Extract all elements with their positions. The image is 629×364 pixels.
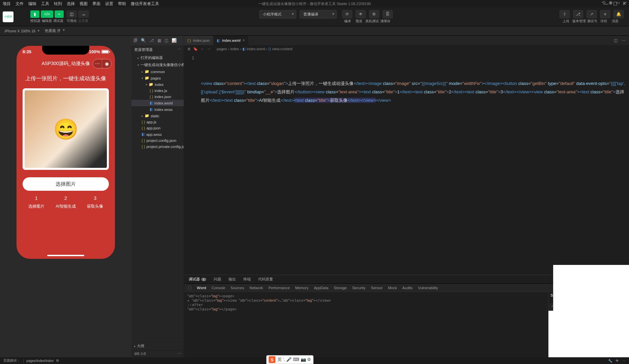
devtools-tab-Vulnerability[interactable]: Vulnerability [418,286,438,290]
record-icon[interactable]: ◉ [609,0,612,5]
analytics-tab-icon[interactable]: 📊 [172,38,177,43]
tree-item[interactable]: { }index.js [131,88,184,94]
ime-item[interactable]: 🎤 [286,357,292,362]
editor-tab[interactable]: ◧index.wxml× [213,36,248,45]
cloud-button[interactable]: ☁ [78,10,89,18]
bc-bookmark-icon[interactable]: 🔖 [193,47,198,51]
compile-icon[interactable]: ⟳ [342,10,352,18]
ext-tab-icon[interactable]: ▦ [157,38,161,43]
project-root[interactable]: ▾一键生成动漫头像微信小程序 [131,61,184,68]
outline-section[interactable]: 大纲 [137,344,144,348]
footer-more-icon[interactable]: ⋯ [177,352,181,356]
tree-item[interactable]: ◧index.wxml [131,100,184,106]
capsule-close-icon[interactable]: ◉ [102,59,111,68]
tree-item[interactable]: { }index.json [131,94,184,100]
capsule-menu-icon[interactable]: ⋯ [93,59,102,68]
more-icon[interactable]: ⋯ [622,359,626,363]
bc-fwd-icon[interactable]: → [207,47,211,51]
route-value[interactable]: pages/index/index [27,359,54,363]
devtools-tab-Wxml[interactable]: Wxml [197,286,206,290]
visual-button[interactable]: ◫ [66,10,77,18]
bc-list-icon[interactable]: ≣ [187,47,190,51]
devtools-tab-Console[interactable]: Console [212,286,225,290]
editor-button[interactable]: </> [41,10,53,18]
ime-item[interactable]: ⚙ [307,357,311,362]
menu-工具[interactable]: 工具 [41,1,49,7]
dbg-tab-调试器[interactable]: 调试器 1 [188,277,207,282]
dbg-tab-代码质量[interactable]: 代码质量 [258,277,274,282]
devtools-tab-AppData[interactable]: AppData [314,286,328,290]
menu-文件[interactable]: 文件 [16,1,24,7]
devtools-tab-Sources[interactable]: Sources [231,286,244,290]
debugger-button[interactable]: ≈ [55,10,64,18]
clear-cache-icon[interactable]: 🗄 [383,10,393,18]
phone-preview[interactable]: 8:35 100% ASP300源码_动漫头像 ⋯ ◉ 上传一张照片，一键生成动… [17,46,115,259]
device-icon[interactable]: ▭ [616,0,620,5]
fix-icon[interactable]: 🔧 [608,359,612,363]
devtools-tab-Network[interactable]: Network [249,286,263,290]
explorer-menu-icon[interactable]: ⋯ [177,47,181,52]
menubar[interactable]: 项目文件编辑工具转到选择视图界面设置帮助微信开发者工具 [3,1,159,7]
menu-项目[interactable]: 项目 [3,1,11,7]
dom-tree[interactable]: "attr">class="tag"><page>▸ "attr">class=… [184,292,548,357]
devtools-tab-Security[interactable]: Security [352,286,366,290]
devtools-tab-Performance[interactable]: Performance [269,286,290,290]
real-debug-icon[interactable]: ⚙ [369,10,379,18]
preview-icon[interactable]: 👁 [356,10,366,18]
compile-dropdown[interactable]: 普通编译 [300,10,337,19]
hotreload-dropdown[interactable]: 热重载 开 [43,28,65,34]
dbg-tab-问题[interactable]: 问题 [213,277,222,282]
tree-item[interactable]: ◧index.wxss [131,106,184,113]
ime-item[interactable]: 📷 [301,357,306,362]
tree-item[interactable]: { }project.config.json [131,138,184,144]
ime-toolbar[interactable]: S 英 ', 🎤 ⌨ 📷 ⚙ [266,355,313,364]
version-icon[interactable]: ⎇ [573,10,583,18]
files-tab-icon[interactable]: 🗐 [133,38,138,43]
problems-count[interactable]: ⊘0 ⚠0 [134,352,146,356]
dbg-tab-终端[interactable]: 终端 [243,277,251,282]
ext2-tab-icon[interactable]: ◫ [164,38,168,43]
device-dropdown[interactable]: iPhone X 100% 16 [3,28,40,34]
tree-item[interactable]: { }app.js [131,119,184,125]
devtools-tab-Audits[interactable]: Audits [402,286,413,290]
ime-item[interactable]: 英 [277,357,282,362]
code-editor[interactable]: 1 <view class="content"><text class="slo… [184,53,629,275]
tab-more-icon[interactable]: ⋯ [622,38,626,43]
copy-route-icon[interactable]: ⧉ [56,359,59,363]
tree-item[interactable]: ◧app.wxss [131,131,184,138]
menu-编辑[interactable]: 编辑 [28,1,36,7]
editor-tab[interactable]: { }index.json [184,36,213,45]
menu-选择[interactable]: 选择 [67,1,75,7]
breadcrumb-path[interactable]: pages › index › ◧ index.wxml › ⟨⟩ view.c… [217,47,293,51]
menu-帮助[interactable]: 帮助 [118,1,126,7]
menu-界面[interactable]: 界面 [92,1,100,7]
menu-微信开发者工具[interactable]: 微信开发者工具 [131,1,159,7]
devtools-tab-Mock[interactable]: Mock [388,286,397,290]
message-icon[interactable]: 🔔 [613,10,624,18]
detail-icon[interactable]: ≡ [600,10,610,18]
ime-item[interactable]: ', [283,357,285,362]
tree-item[interactable]: ▸📁common [131,68,184,75]
menu-设置[interactable]: 设置 [105,1,113,7]
refresh-icon[interactable]: ⟲ [602,0,605,5]
menu-转到[interactable]: 转到 [54,1,62,7]
devtools-tab-Sensor[interactable]: Sensor [371,286,383,290]
tree-item[interactable]: { }app.json [131,125,184,131]
bc-back-icon[interactable]: ← [201,47,204,51]
pick-image-button[interactable]: 选择图片 [23,177,109,191]
tree-item[interactable]: ▾📁pages [131,75,184,81]
ime-logo-icon[interactable]: S [269,356,275,363]
scissors-icon[interactable]: ✂ [623,0,627,5]
tree-item[interactable]: { }project.private.config.js... [131,144,184,150]
menu-视图[interactable]: 视图 [80,1,88,7]
dbg-tab-输出[interactable]: 输出 [228,277,237,282]
eye-icon[interactable]: 👁 [616,359,619,363]
mode-dropdown[interactable]: 小程序模式 [259,10,296,19]
search-tab-icon[interactable]: 🔍 [141,38,146,43]
open-editors-section[interactable]: ▸打开的编辑器 [131,54,184,61]
tree-item[interactable]: ▸📁static [131,113,184,119]
devtools-tab-Storage[interactable]: Storage [334,286,347,290]
devtools-tab-Memory[interactable]: Memory [295,286,309,290]
tree-item[interactable]: ▾📁index [131,81,184,88]
git-tab-icon[interactable]: ⎇ [149,38,154,43]
